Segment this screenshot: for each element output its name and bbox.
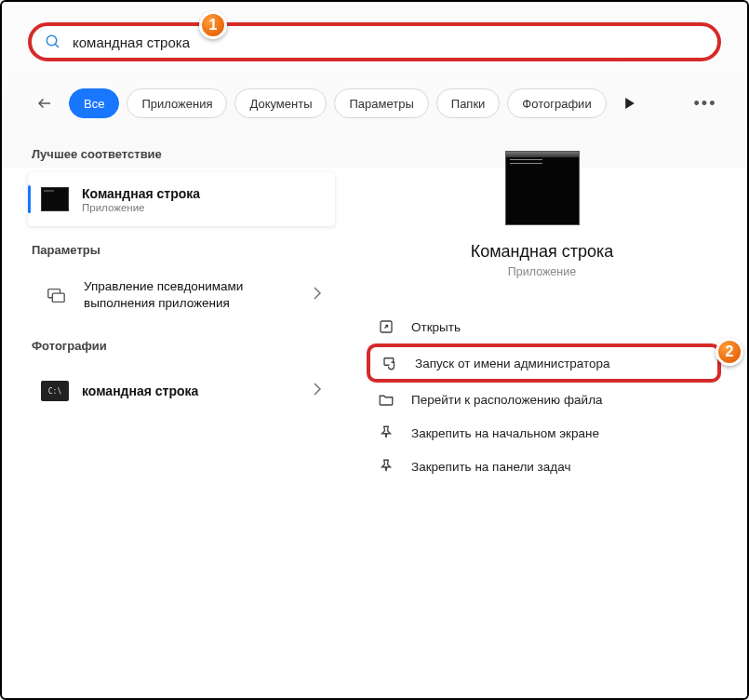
filter-row: Все Приложения Документы Параметры Папки… [28,88,721,119]
filter-photos[interactable]: Фотографии [507,88,606,118]
back-button[interactable] [28,88,61,118]
result-best-cmd[interactable]: Командная строка Приложение [28,172,335,226]
result-title: Командная строка [82,186,200,201]
annotation-badge-1: 1 [199,11,227,39]
search-input[interactable] [73,34,259,50]
preview-title: Командная строка [471,242,614,262]
result-photo-cmd[interactable]: C:\ командная строка [28,364,335,418]
section-parameters: Параметры [28,236,335,268]
action-label: Открыть [411,320,461,334]
svg-rect-5 [52,293,64,302]
action-pin-start[interactable]: Закрепить на начальном экране [367,416,721,450]
cmd-icon [41,187,69,211]
filter-folders[interactable]: Папки [436,88,501,118]
shield-admin-icon [381,355,398,371]
result-title: Управление псевдонимами выполнения прило… [84,278,298,311]
result-title: командная строка [82,384,198,398]
folder-icon [378,391,395,408]
photo-thumb-icon: C:\ [41,381,69,401]
preview-column: Командная строка Приложение Открыть Запу… [363,140,721,483]
chevron-right-icon [313,383,322,399]
filter-more-categories[interactable] [614,88,646,118]
results-column: Лучшее соответствие Командная строка При… [28,140,335,483]
preview-app-icon [505,151,580,225]
pin-icon [378,458,395,475]
action-pin-taskbar[interactable]: Закрепить на панели задач [367,450,721,483]
svg-marker-3 [625,98,635,109]
overflow-button[interactable]: ••• [689,88,721,118]
open-icon [378,318,395,335]
action-open-location[interactable]: Перейти к расположению файла [367,383,721,416]
action-label: Закрепить на панели задач [411,460,570,474]
search-icon [45,34,61,50]
filter-all[interactable]: Все [69,88,119,118]
pin-icon [378,424,395,441]
chevron-right-icon [313,287,322,303]
action-run-as-admin[interactable]: Запуск от имени администратора [367,343,721,383]
result-subtitle: Приложение [82,202,200,213]
preview-subtitle: Приложение [508,265,576,278]
search-box[interactable] [28,22,721,61]
action-label: Закрепить на начальном экране [411,426,599,440]
action-open[interactable]: Открыть [367,310,721,343]
svg-point-0 [47,35,57,46]
svg-line-1 [55,44,59,47]
action-label: Перейти к расположению файла [411,393,603,407]
section-best-match: Лучшее соответствие [28,140,335,172]
action-label: Запуск от имени администратора [415,357,610,370]
result-alias-mgmt[interactable]: Управление псевдонимами выполнения прило… [28,268,335,322]
filter-apps[interactable]: Приложения [127,88,227,118]
annotation-badge-2: 2 [716,338,743,366]
alias-icon [41,280,71,310]
filter-docs[interactable]: Документы [234,88,327,118]
filter-params[interactable]: Параметры [334,88,428,118]
section-photos: Фотографии [28,331,335,364]
